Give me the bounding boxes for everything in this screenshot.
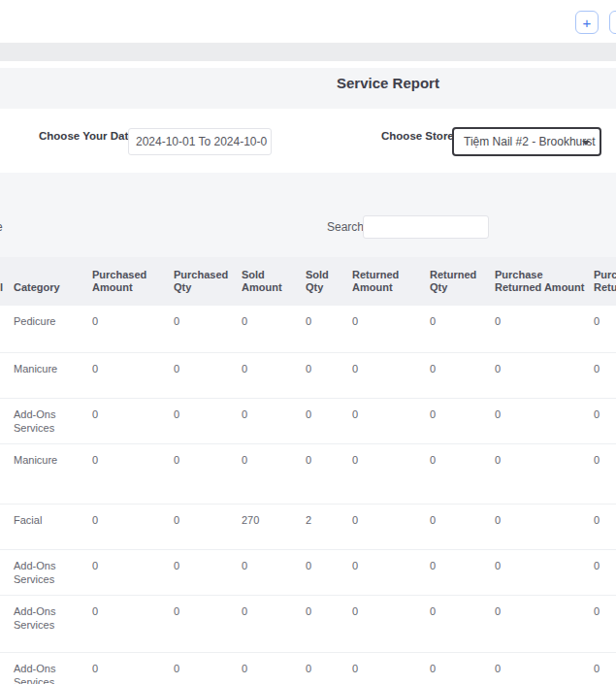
category-cell: Facial [14,504,92,549]
value-cell: 0 [594,398,616,443]
search-input[interactable] [363,215,489,239]
column-header-purchased-amount[interactable]: Purchased Amount [92,257,174,306]
value-cell: 0 [495,652,594,684]
table-row: Add-Ons Services00000000 [0,398,616,443]
value-cell: 0 [352,443,430,504]
table-row: Manicure00000000 [0,443,616,504]
service-table-body: Pedicure00000000Manicure00000000Add-Ons … [0,306,616,684]
category-cell: Pedicure [14,306,92,352]
value-cell: 0 [352,306,430,352]
value-cell: 270 [242,504,306,549]
value-cell: 0 [430,352,495,398]
column-header-purchased-qty[interactable]: Purchased Qty [174,257,242,306]
value-cell: 0 [306,352,352,398]
value-cell: 0 [242,352,306,398]
value-cell: 0 [92,352,174,398]
value-cell: 0 [174,504,242,549]
value-cell: 0 [495,595,594,652]
value-cell: 0 [430,652,495,684]
clipped-first-column-cell [0,504,14,549]
value-cell: 0 [174,443,242,504]
column-header-purchase-returned-amount[interactable]: Purchase Returned Amount [495,257,594,306]
add-button[interactable]: + [575,11,599,34]
column-header-returned-qty[interactable]: Returned Qty [430,257,495,306]
value-cell: 0 [306,652,352,684]
value-cell: 0 [430,549,495,595]
value-cell: 0 [495,398,594,443]
value-cell: 0 [242,595,306,652]
page: + Service Report Choose Your Date Choose… [0,0,616,684]
store-select[interactable]: Tiệm Nail #2 - Brookhurst [452,127,601,156]
category-cell: Add-Ons Services [14,595,92,652]
clipped-left-text: e [0,220,3,234]
value-cell: 0 [430,443,495,504]
page-background-band [0,43,616,61]
value-cell: 0 [594,549,616,595]
value-cell: 0 [430,306,495,352]
category-cell: Manicure [14,443,92,504]
value-cell: 0 [242,398,306,443]
value-cell: 0 [352,504,430,549]
value-cell: 0 [174,352,242,398]
value-cell: 0 [92,398,174,443]
page-title: Service Report [337,75,439,91]
clipped-first-column-cell [0,652,14,684]
table-row: Facial0027020000 [0,504,616,549]
plus-icon: + [583,15,592,31]
value-cell: 0 [92,443,174,504]
value-cell: 0 [306,398,352,443]
value-cell: 0 [594,595,616,652]
value-cell: 0 [174,398,242,443]
value-cell: 0 [242,443,306,504]
value-cell: 0 [495,443,594,504]
value-cell: 0 [495,352,594,398]
value-cell: 0 [174,652,242,684]
clipped-first-column-cell [0,352,14,398]
value-cell: 0 [174,306,242,352]
store-select-value: Tiệm Nail #2 - Brookhurst [464,135,596,148]
report-table-section: e Search l Category Purchased Amount Pur… [0,173,616,684]
column-header-purchase-returned-qty[interactable]: Purchase Returned Qty [594,257,616,306]
value-cell: 0 [92,549,174,595]
value-cell: 0 [306,595,352,652]
table-row: Add-Ons Services00000000 [0,652,616,684]
category-cell: Manicure [14,352,92,398]
service-report-table: l Category Purchased Amount Purchased Qt… [0,257,616,684]
column-header-sold-qty[interactable]: Sold Qty [306,257,352,306]
date-range-input[interactable] [128,128,272,155]
value-cell: 0 [242,306,306,352]
value-cell: 0 [352,549,430,595]
chevron-down-icon [582,141,590,146]
column-header-category[interactable]: Category [14,257,92,306]
choose-store-label: Choose Store [381,130,454,142]
partial-clipped-button[interactable] [609,11,616,34]
clipped-first-column-cell [0,443,14,504]
value-cell: 0 [352,595,430,652]
value-cell: 0 [594,306,616,352]
value-cell: 0 [352,652,430,684]
value-cell: 0 [242,652,306,684]
value-cell: 0 [92,652,174,684]
report-card: Service Report Choose Your Date Choose S… [0,61,616,173]
category-cell: Add-Ons Services [14,398,92,443]
choose-date-label: Choose Your Date [39,130,135,142]
table-row: Manicure00000000 [0,352,616,398]
value-cell: 0 [430,504,495,549]
value-cell: 0 [242,549,306,595]
column-header-sold-amount[interactable]: Sold Amount [242,257,306,306]
value-cell: 0 [352,398,430,443]
value-cell: 0 [495,306,594,352]
clipped-first-column-cell [0,595,14,652]
value-cell: 2 [306,504,352,549]
value-cell: 0 [174,549,242,595]
value-cell: 0 [594,504,616,549]
value-cell: 0 [306,306,352,352]
column-header-returned-amount[interactable]: Returned Amount [352,257,430,306]
table-header-row: l Category Purchased Amount Purchased Qt… [0,257,616,306]
service-table-wrap: l Category Purchased Amount Purchased Qt… [0,257,616,684]
value-cell: 0 [174,595,242,652]
value-cell: 0 [495,549,594,595]
top-navbar: + [0,0,616,43]
value-cell: 0 [430,595,495,652]
value-cell: 0 [92,504,174,549]
